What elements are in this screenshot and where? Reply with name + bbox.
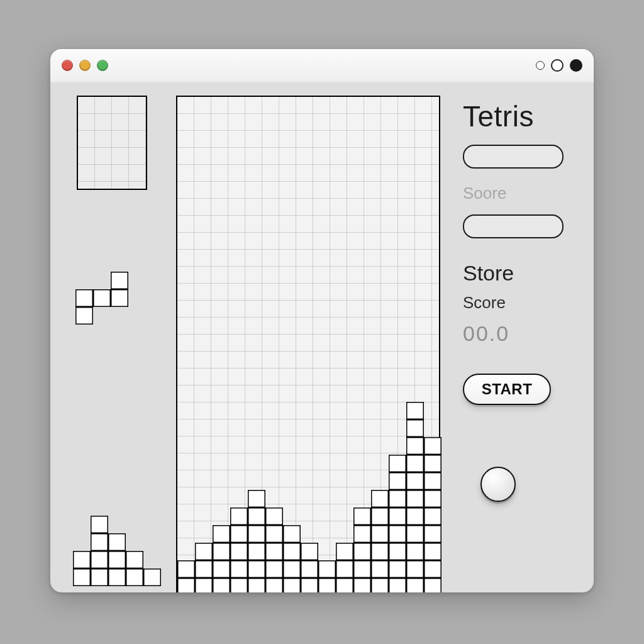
board-cell — [195, 455, 213, 472]
board-cell — [389, 455, 406, 472]
board-cell — [213, 472, 230, 490]
board-cell — [265, 402, 283, 419]
board-cell — [406, 525, 424, 543]
board-cell — [424, 578, 441, 592]
board-cell — [265, 437, 283, 455]
sidebar: Tetris Soore Store Score 00.0 START — [463, 96, 576, 502]
board-cell — [301, 472, 318, 490]
board-cell — [318, 402, 336, 419]
board-cell — [389, 578, 406, 592]
board-cell — [336, 525, 353, 543]
board-cell — [336, 578, 353, 592]
board-cell — [230, 543, 248, 560]
board-cell — [424, 437, 441, 455]
board-cell — [283, 508, 301, 525]
board-cell — [336, 472, 353, 490]
board-row — [177, 402, 439, 419]
board-cell — [230, 490, 248, 508]
board-cell — [248, 560, 265, 578]
board-cell — [406, 543, 424, 560]
board-row — [177, 525, 439, 543]
board-cell — [406, 578, 424, 592]
board-cell — [336, 437, 353, 455]
board-cell — [230, 508, 248, 525]
board-cell — [177, 455, 195, 472]
board-cell — [195, 578, 213, 592]
board-cell — [283, 472, 301, 490]
board-cell — [177, 508, 195, 525]
board-cell — [424, 455, 441, 472]
close-icon[interactable] — [62, 60, 73, 71]
board-cell — [283, 543, 301, 560]
board-cell — [265, 560, 283, 578]
board-cell — [265, 472, 283, 490]
board-row — [177, 455, 439, 472]
board-cell — [353, 437, 371, 455]
board-cell — [353, 490, 371, 508]
board-cell — [353, 419, 371, 437]
board-cell — [371, 578, 389, 592]
board-cell — [301, 402, 318, 419]
board-cell — [213, 419, 230, 437]
board-cell — [213, 455, 230, 472]
board-cell — [177, 472, 195, 490]
board-cell — [177, 560, 195, 578]
board-cell — [353, 402, 371, 419]
board-cell — [336, 402, 353, 419]
board-cell — [318, 472, 336, 490]
board-cell — [318, 508, 336, 525]
board-cell — [265, 490, 283, 508]
next-piece-panel — [77, 96, 147, 190]
board-cell — [283, 578, 301, 592]
board-row — [177, 560, 439, 578]
minimize-icon[interactable] — [79, 60, 91, 71]
board-cell — [301, 560, 318, 578]
board-cell — [248, 437, 265, 455]
start-button[interactable]: START — [463, 374, 551, 405]
board-cell — [283, 419, 301, 437]
board-cell — [318, 525, 336, 543]
board-cell — [301, 578, 318, 592]
board-cell — [336, 508, 353, 525]
board-cell — [371, 543, 389, 560]
circle-icon[interactable] — [551, 59, 564, 72]
dot-icon[interactable] — [570, 59, 582, 72]
board-cell — [195, 419, 213, 437]
board-cell — [213, 402, 230, 419]
board-row — [177, 543, 439, 560]
board-cell — [301, 525, 318, 543]
board-cell — [213, 437, 230, 455]
board-cell — [318, 455, 336, 472]
board-cell — [248, 543, 265, 560]
board-cell — [230, 525, 248, 543]
title-field[interactable] — [463, 145, 564, 169]
score-field[interactable] — [463, 214, 564, 238]
board-cell — [301, 419, 318, 437]
game-title: Tetris — [463, 99, 576, 133]
board-cell — [283, 437, 301, 455]
board-row — [177, 508, 439, 525]
score-label: Score — [463, 293, 576, 313]
board-cell — [213, 543, 230, 560]
board-cell — [336, 455, 353, 472]
score-label-faint: Soore — [463, 184, 576, 203]
board-cell — [265, 525, 283, 543]
board-cell — [213, 508, 230, 525]
board-cell — [389, 508, 406, 525]
board-cell — [424, 419, 441, 437]
board-cell — [248, 490, 265, 508]
board-cell — [195, 437, 213, 455]
board-cell — [424, 543, 441, 560]
board-cell — [195, 472, 213, 490]
board-cell — [195, 490, 213, 508]
playfield[interactable] — [176, 96, 440, 592]
board-cell — [353, 543, 371, 560]
queue-piece — [75, 272, 128, 325]
board-cell — [265, 578, 283, 592]
titlebar-right-icons — [536, 59, 582, 72]
maximize-icon[interactable] — [97, 60, 108, 71]
board-cell — [230, 578, 248, 592]
round-button[interactable] — [480, 467, 516, 502]
board-cell — [389, 472, 406, 490]
board-cell — [371, 419, 389, 437]
